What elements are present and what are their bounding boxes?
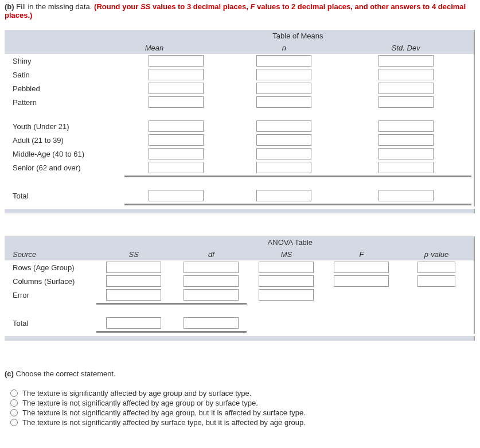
part-b-text: Fill in the missing data.	[14, 2, 94, 11]
option-row: The texture is not significantly affecte…	[10, 408, 475, 418]
sd-input[interactable]	[378, 162, 434, 173]
n-input[interactable]	[256, 120, 311, 132]
mean-input[interactable]	[149, 69, 204, 80]
n-total-input[interactable]	[256, 190, 311, 201]
ss-input[interactable]	[106, 275, 161, 287]
option-radio[interactable]	[10, 389, 18, 397]
mean-input[interactable]	[149, 55, 204, 67]
p-input[interactable]	[417, 275, 455, 287]
n-input[interactable]	[256, 148, 311, 159]
n-input[interactable]	[256, 162, 311, 173]
p-input[interactable]	[417, 262, 455, 273]
row-total: Total	[5, 189, 122, 202]
row-label: Shiny	[5, 54, 122, 68]
anova-table: ANOVA Table Source SS df MS F p-value Ro…	[5, 236, 475, 334]
option-text: The texture is not significantly affecte…	[22, 418, 306, 427]
ms-input[interactable]	[259, 262, 314, 273]
option-row: The texture is not significantly affecte…	[10, 418, 475, 427]
ss-total-input[interactable]	[106, 317, 161, 329]
option-row: The texture is not significantly affecte…	[10, 398, 475, 408]
mean-total-input[interactable]	[149, 190, 204, 201]
n-input[interactable]	[256, 55, 311, 67]
col-f: F	[324, 248, 399, 260]
sd-input[interactable]	[378, 148, 434, 159]
mean-input[interactable]	[149, 83, 204, 94]
sd-input[interactable]	[378, 96, 434, 108]
sd-input[interactable]	[378, 83, 434, 94]
n-input[interactable]	[256, 69, 311, 80]
mean-input[interactable]	[149, 134, 204, 146]
df-total-input[interactable]	[184, 317, 239, 329]
table-footer-stripe	[5, 336, 475, 341]
row-label: Youth (Under 21)	[5, 119, 122, 133]
means-table-block: Table of Means Mean n Std. Dev Shiny Sat…	[5, 30, 475, 213]
col-source: Source	[5, 248, 94, 260]
row-label: Middle-Age (40 to 61)	[5, 147, 122, 161]
part-b-label: (b)	[5, 2, 14, 11]
col-ms: MS	[249, 248, 324, 260]
ms-input[interactable]	[259, 275, 314, 287]
options-group: The texture is significantly affected by…	[10, 388, 475, 427]
part-c-text: Choose the correct statement.	[14, 369, 116, 378]
col-sd: Std. Dev	[338, 42, 474, 54]
table-footer-stripe	[5, 209, 475, 213]
option-text: The texture is significantly affected by…	[22, 389, 251, 398]
option-text: The texture is not significantly affecte…	[22, 408, 306, 417]
row-label: Pattern	[5, 95, 122, 109]
means-title: Table of Means	[122, 30, 474, 42]
sd-input[interactable]	[378, 120, 434, 132]
row-total: Total	[5, 316, 94, 330]
anova-title: ANOVA Table	[174, 236, 324, 248]
ss-input[interactable]	[106, 262, 161, 273]
col-p: p-value	[399, 248, 474, 260]
row-label: Satin	[5, 68, 122, 81]
option-text: The texture is not significantly affecte…	[22, 399, 258, 407]
row-label: Senior (62 and over)	[5, 161, 122, 174]
sd-total-input[interactable]	[378, 190, 434, 201]
row-label: Columns (Surface)	[5, 274, 94, 288]
mean-input[interactable]	[149, 120, 204, 132]
ss-input[interactable]	[106, 289, 161, 301]
option-radio[interactable]	[10, 419, 18, 426]
anova-table-block: ANOVA Table Source SS df MS F p-value Ro…	[5, 236, 475, 341]
df-input[interactable]	[184, 262, 239, 273]
n-input[interactable]	[256, 83, 311, 94]
option-row: The texture is significantly affected by…	[10, 388, 475, 398]
mean-input[interactable]	[149, 148, 204, 159]
sd-input[interactable]	[378, 134, 434, 146]
sd-input[interactable]	[378, 55, 434, 67]
ms-input[interactable]	[259, 289, 314, 301]
col-n: n	[230, 42, 338, 54]
row-label: Rows (Age Group)	[5, 260, 94, 274]
row-label: Error	[5, 288, 94, 302]
col-df: df	[174, 248, 249, 260]
col-ss: SS	[94, 248, 174, 260]
means-table: Table of Means Mean n Std. Dev Shiny Sat…	[5, 30, 475, 207]
part-b-prompt: (b) Fill in the missing data. (Round you…	[5, 2, 475, 20]
f-input[interactable]	[334, 262, 389, 273]
df-input[interactable]	[184, 289, 239, 301]
part-c-section: (c) Choose the correct statement. The te…	[5, 369, 475, 427]
col-mean: Mean	[122, 42, 230, 54]
part-c-prompt: (c) Choose the correct statement.	[5, 369, 475, 378]
n-input[interactable]	[256, 96, 311, 108]
row-label: Adult (21 to 39)	[5, 133, 122, 147]
f-input[interactable]	[334, 275, 389, 287]
n-input[interactable]	[256, 134, 311, 146]
row-label: Pebbled	[5, 81, 122, 95]
option-radio[interactable]	[10, 409, 18, 416]
mean-input[interactable]	[149, 96, 204, 108]
option-radio[interactable]	[10, 399, 18, 407]
sd-input[interactable]	[378, 69, 434, 80]
mean-input[interactable]	[149, 162, 204, 173]
part-c-label: (c)	[5, 369, 14, 378]
df-input[interactable]	[184, 275, 239, 287]
